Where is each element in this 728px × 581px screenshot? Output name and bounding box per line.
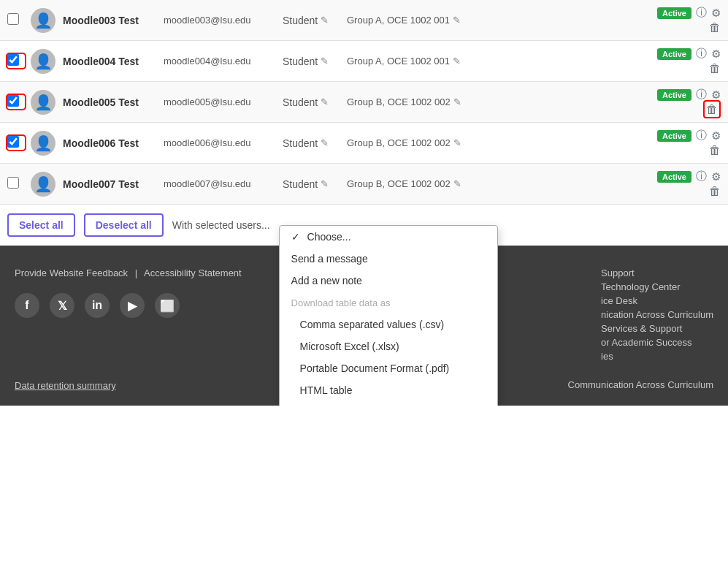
info-icon[interactable]: ⓘ <box>696 6 707 20</box>
user-role: Student <box>283 15 318 26</box>
gear-icon[interactable]: ⚙ <box>711 129 721 143</box>
user-role: Student <box>283 178 318 190</box>
user-row: 👤Moodle007 Testmoodle007@lsu.eduStudent … <box>0 164 728 205</box>
delete-icon[interactable]: 🗑 <box>709 21 721 34</box>
user-name: Moodle006 Test <box>63 137 158 149</box>
data-retention-link[interactable]: Data retention summary <box>15 380 116 391</box>
footer-right-col: SupportTechnology Centerice Desknication… <box>601 267 713 365</box>
avatar: 👤 <box>31 49 55 74</box>
dropdown-item[interactable]: Choose... <box>280 226 497 248</box>
group-edit-icon[interactable]: ✎ <box>453 178 461 189</box>
user-table: 👤Moodle003 Testmoodle003@lsu.eduStudent … <box>0 0 728 205</box>
dropdown-item[interactable]: Add a new note <box>280 270 497 292</box>
role-edit-icon[interactable]: ✎ <box>321 15 329 26</box>
user-role: Student <box>283 96 318 108</box>
with-selected-label: With selected users... <box>172 219 270 231</box>
dropdown-item[interactable]: Portable Document Format (.pdf) <box>280 357 497 379</box>
info-icon[interactable]: ⓘ <box>696 47 707 61</box>
role-edit-icon[interactable]: ✎ <box>321 178 329 189</box>
twitter-icon[interactable]: 𝕏 <box>50 293 74 318</box>
footer-right-link[interactable]: ies <box>601 351 713 362</box>
user-checkbox[interactable] <box>7 177 19 189</box>
user-group: Group A, OCE 1002 001 <box>347 15 450 26</box>
user-name: Moodle007 Test <box>63 178 158 190</box>
delete-icon[interactable]: 🗑 <box>709 62 721 75</box>
user-email: moodle004@lsu.edu <box>164 56 277 67</box>
instagram-icon[interactable]: ⬜ <box>155 293 180 318</box>
linkedin-icon[interactable]: in <box>85 293 110 318</box>
footer-right-link[interactable]: ice Desk <box>601 295 713 306</box>
group-edit-icon[interactable]: ✎ <box>453 15 461 26</box>
dropdown-item[interactable]: Javascript Object Notation (.json) <box>280 401 497 406</box>
facebook-icon[interactable]: f <box>15 293 39 318</box>
user-checkbox[interactable] <box>7 54 19 66</box>
status-badge: Active <box>657 130 691 142</box>
dropdown-item: Download table data as <box>280 292 497 314</box>
user-row: 👤Moodle005 Testmoodle005@lsu.eduStudent … <box>0 82 728 123</box>
user-email: moodle003@lsu.edu <box>164 15 277 26</box>
group-edit-icon[interactable]: ✎ <box>453 96 461 107</box>
dropdown-item[interactable]: Send a message <box>280 248 497 270</box>
avatar: 👤 <box>31 131 55 156</box>
user-group: Group A, OCE 1002 001 <box>347 56 450 67</box>
footer-right-link[interactable]: Support <box>601 267 713 278</box>
user-row: 👤Moodle003 Testmoodle003@lsu.eduStudent … <box>0 0 728 41</box>
user-name: Moodle005 Test <box>63 96 158 108</box>
deselect-all-button[interactable]: Deselect all <box>84 213 164 237</box>
user-group: Group B, OCE 1002 002 <box>347 178 451 189</box>
avatar: 👤 <box>31 172 55 197</box>
group-edit-icon[interactable]: ✎ <box>453 56 461 67</box>
select-all-button[interactable]: Select all <box>7 213 75 237</box>
footer-links: Provide Website Feedback | Accessibility… <box>15 267 242 278</box>
avatar: 👤 <box>31 90 55 115</box>
user-role: Student <box>283 137 318 149</box>
info-icon[interactable]: ⓘ <box>696 170 707 183</box>
user-row: 👤Moodle004 Testmoodle004@lsu.eduStudent … <box>0 41 728 82</box>
status-badge: Active <box>657 7 691 19</box>
dropdown-item[interactable]: HTML table <box>280 379 497 401</box>
user-checkbox[interactable] <box>7 13 19 25</box>
user-group: Group B, OCE 1002 002 <box>347 137 451 148</box>
role-edit-icon[interactable]: ✎ <box>321 137 329 148</box>
user-email: moodle006@lsu.edu <box>164 137 277 148</box>
footer-right-link[interactable]: or Academic Success <box>601 337 713 348</box>
youtube-icon[interactable]: ▶ <box>120 293 145 318</box>
user-checkbox[interactable] <box>7 136 19 148</box>
delete-icon[interactable]: 🗑 <box>703 100 721 118</box>
accessibility-link[interactable]: Accessibility Statement <box>144 267 242 278</box>
user-checkbox[interactable] <box>7 95 19 107</box>
user-name: Moodle003 Test <box>63 15 158 26</box>
user-email: moodle007@lsu.edu <box>164 178 277 189</box>
role-edit-icon[interactable]: ✎ <box>321 56 329 67</box>
user-role: Student <box>283 56 318 67</box>
dropdown-item[interactable]: Microsoft Excel (.xlsx) <box>280 335 497 357</box>
status-badge: Active <box>657 48 691 60</box>
user-name: Moodle004 Test <box>63 56 158 67</box>
gear-icon[interactable]: ⚙ <box>711 7 721 20</box>
avatar: 👤 <box>31 8 55 33</box>
delete-icon[interactable]: 🗑 <box>709 144 721 156</box>
group-edit-icon[interactable]: ✎ <box>453 137 461 148</box>
role-edit-icon[interactable]: ✎ <box>321 96 329 107</box>
footer-bottom-right: Communication Across Curriculum <box>568 379 713 390</box>
status-badge: Active <box>657 171 691 183</box>
gear-icon[interactable]: ⚙ <box>711 48 721 61</box>
footer-right-link[interactable]: nication Across Curriculum <box>601 309 713 320</box>
info-icon[interactable]: ⓘ <box>696 129 707 143</box>
social-icons: f𝕏in▶⬜ <box>15 293 242 318</box>
user-row: 👤Moodle006 Testmoodle006@lsu.eduStudent … <box>0 123 728 164</box>
dropdown-item[interactable]: Comma separated values (.csv) <box>280 314 497 335</box>
delete-icon[interactable]: 🗑 <box>709 185 721 197</box>
user-group: Group B, OCE 1002 002 <box>347 96 451 107</box>
feedback-link[interactable]: Provide Website Feedback <box>15 267 128 278</box>
dropdown-menu: Choose...Send a messageAdd a new noteDow… <box>279 225 498 406</box>
user-email: moodle005@lsu.edu <box>164 96 277 107</box>
gear-icon[interactable]: ⚙ <box>711 88 721 102</box>
gear-icon[interactable]: ⚙ <box>711 170 721 183</box>
footer-right-link[interactable]: Services & Support <box>601 323 713 334</box>
bottom-bar: Select all Deselect all With selected us… <box>0 205 728 246</box>
status-badge: Active <box>657 89 691 101</box>
footer-right-link[interactable]: Technology Center <box>601 281 713 292</box>
